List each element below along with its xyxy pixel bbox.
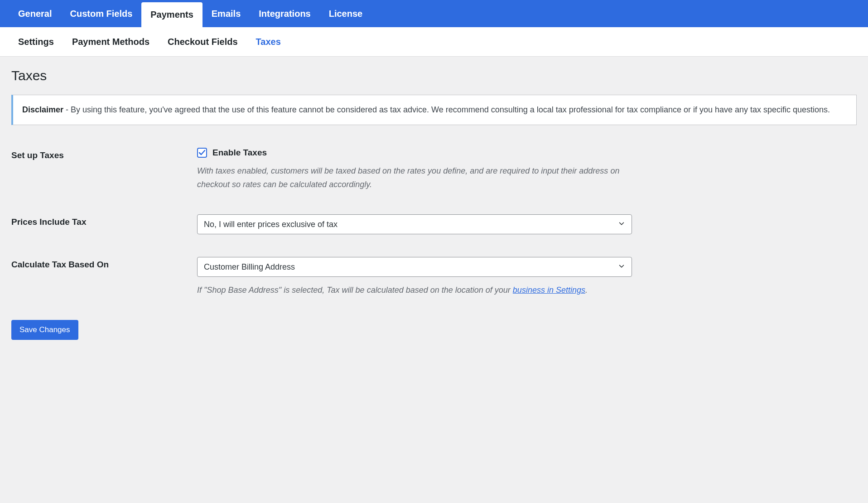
content-area: Taxes Disclaimer - By using this feature… xyxy=(0,57,868,351)
label-prices-include-tax: Prices Include Tax xyxy=(11,214,197,227)
field-calculate-tax: Customer Billing Address If "Shop Base A… xyxy=(197,257,632,297)
main-tabs: General Custom Fields Payments Emails In… xyxy=(0,0,868,27)
calc-desc-suffix: . xyxy=(585,285,588,295)
row-calculate-tax: Calculate Tax Based On Customer Billing … xyxy=(11,257,857,297)
tab-emails[interactable]: Emails xyxy=(203,0,250,27)
setup-taxes-description: With taxes enabled, customers will be ta… xyxy=(197,164,632,192)
calc-desc-prefix: If "Shop Base Address" is selected, Tax … xyxy=(197,285,513,295)
tab-custom-fields[interactable]: Custom Fields xyxy=(61,0,141,27)
prices-include-tax-select[interactable]: No, I will enter prices exclusive of tax xyxy=(197,214,632,234)
subtab-settings[interactable]: Settings xyxy=(9,37,63,47)
row-prices-include-tax: Prices Include Tax No, I will enter pric… xyxy=(11,214,857,234)
calculate-tax-description: If "Shop Base Address" is selected, Tax … xyxy=(197,283,632,297)
business-settings-link[interactable]: business in Settings xyxy=(513,285,585,295)
select-wrapper-prices: No, I will enter prices exclusive of tax xyxy=(197,214,632,234)
label-calculate-tax: Calculate Tax Based On xyxy=(11,257,197,270)
check-icon xyxy=(198,149,206,156)
select-wrapper-calculate: Customer Billing Address xyxy=(197,257,632,277)
save-changes-button[interactable]: Save Changes xyxy=(11,320,78,340)
label-setup-taxes: Set up Taxes xyxy=(11,148,197,160)
disclaimer-notice: Disclaimer - By using this feature, you'… xyxy=(11,95,857,125)
tab-payments[interactable]: Payments xyxy=(141,2,203,27)
checkbox-row-enable-taxes: Enable Taxes xyxy=(197,148,632,158)
field-setup-taxes: Enable Taxes With taxes enabled, custome… xyxy=(197,148,632,192)
tab-license[interactable]: License xyxy=(320,0,371,27)
row-setup-taxes: Set up Taxes Enable Taxes With taxes ena… xyxy=(11,148,857,192)
tab-general[interactable]: General xyxy=(9,0,61,27)
field-prices-include-tax: No, I will enter prices exclusive of tax xyxy=(197,214,632,234)
page-title: Taxes xyxy=(11,68,857,83)
settings-form: Set up Taxes Enable Taxes With taxes ena… xyxy=(11,148,857,297)
enable-taxes-checkbox[interactable] xyxy=(197,148,207,158)
sub-tabs: Settings Payment Methods Checkout Fields… xyxy=(0,27,868,57)
subtab-checkout-fields[interactable]: Checkout Fields xyxy=(159,37,246,47)
enable-taxes-label: Enable Taxes xyxy=(212,148,267,158)
disclaimer-label: Disclaimer xyxy=(22,105,63,114)
tab-integrations[interactable]: Integrations xyxy=(250,0,319,27)
subtab-payment-methods[interactable]: Payment Methods xyxy=(63,37,159,47)
subtab-taxes[interactable]: Taxes xyxy=(247,37,290,47)
disclaimer-text: - By using this feature, you've agreed t… xyxy=(63,105,830,114)
calculate-tax-select[interactable]: Customer Billing Address xyxy=(197,257,632,277)
